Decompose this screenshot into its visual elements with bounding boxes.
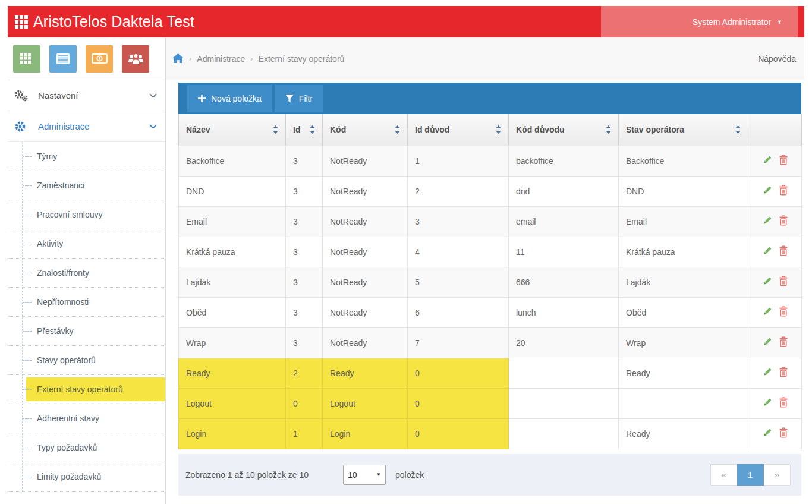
sort-icon (496, 125, 501, 134)
sidebar-group-administrace[interactable]: Administrace (8, 111, 165, 142)
sidebar-item[interactable]: Adherentní stavy (8, 404, 165, 433)
cell-nazev: Ready (179, 358, 286, 388)
data-table: Název Id Kód Id důvod Kód důvodu Stav op… (178, 114, 802, 449)
cell-stav-operatora: Ready (619, 418, 748, 449)
cell-id: 3 (286, 206, 323, 237)
cell-id: 3 (286, 297, 323, 327)
edit-button[interactable] (762, 428, 772, 438)
sidebar-item[interactable]: Znalosti/fronty (8, 259, 165, 288)
edit-button[interactable] (762, 216, 772, 226)
table-row: DND 3 NotReady 2 dnd DND (179, 176, 802, 206)
sidebar-group-label: Nastavení (38, 90, 78, 100)
sidebar-item[interactable]: Typy požadavků (8, 433, 165, 462)
cell-kod: Login (323, 418, 408, 449)
delete-button[interactable] (779, 155, 788, 165)
sidebar-item[interactable]: Stavy operátorů (8, 346, 165, 375)
filter-icon (285, 94, 294, 103)
table-footer: Zobrazeno 1 až 10 položek ze 10 10 ▼ pol… (178, 454, 801, 496)
delete-button[interactable] (779, 397, 788, 408)
delete-button[interactable] (779, 367, 788, 377)
delete-button[interactable] (779, 276, 788, 286)
breadcrumb-section[interactable]: Administrace (197, 54, 245, 64)
sidebar-item-label: Znalosti/fronty (37, 268, 89, 278)
column-header-id-duvod[interactable]: Id důvod (408, 114, 509, 146)
sidebar-item[interactable]: Aktivity (8, 229, 165, 259)
people-app-button[interactable] (122, 45, 149, 73)
sort-icon (395, 125, 400, 134)
help-link[interactable]: Nápověda (758, 54, 796, 64)
cell-actions (748, 206, 802, 237)
sidebar-group-nastaveni[interactable]: Nastavení (8, 80, 165, 111)
home-icon[interactable] (172, 53, 184, 64)
cell-id: 3 (286, 327, 323, 358)
filter-button[interactable]: Filtr (275, 85, 323, 112)
cell-stav-operatora: Wrap (619, 327, 748, 358)
delete-button[interactable] (779, 245, 788, 256)
cell-id: 2 (286, 358, 323, 388)
money-app-button[interactable] (86, 45, 113, 73)
column-header-kod-duvodu[interactable]: Kód důvodu (509, 114, 619, 146)
trash-icon (779, 276, 788, 286)
list-app-button[interactable] (49, 45, 77, 73)
breadcrumb-page[interactable]: Externí stavy operátorů (259, 54, 345, 64)
money-icon (92, 53, 108, 64)
column-header-stav-operatora[interactable]: Stav operátora (619, 114, 748, 146)
table-row: Logout 0 Logout 0 (179, 388, 802, 418)
items-label: položek (395, 470, 424, 480)
edit-button[interactable] (762, 246, 772, 256)
table-toolbar: Nová položka Filtr (178, 83, 801, 114)
sidebar-item[interactable]: Týmy (8, 142, 165, 171)
sort-icon (273, 125, 278, 134)
pencil-icon (762, 216, 772, 226)
sidebar-item-label: Pracovní smlouvy (37, 210, 102, 219)
cell-stav-operatora: Krátká pauza (619, 237, 748, 267)
chevron-down-icon (149, 124, 157, 129)
new-item-button[interactable]: Nová položka (187, 85, 272, 112)
cell-nazev: DND (179, 176, 286, 206)
table-row: Oběd 3 NotReady 6 lunch Oběd (179, 297, 802, 327)
sidebar-item[interactable]: Přestávky (8, 317, 165, 346)
cell-id: 3 (286, 146, 323, 176)
current-page-button[interactable]: 1 (737, 464, 764, 486)
edit-button[interactable] (762, 307, 772, 317)
pencil-icon (762, 367, 772, 377)
next-page-button[interactable]: » (764, 464, 791, 486)
sidebar-app-switcher (8, 37, 165, 80)
delete-button[interactable] (779, 306, 788, 317)
gears-icon (14, 90, 28, 102)
cell-id-duvod: 0 (408, 388, 509, 418)
sidebar-item[interactable]: Zaměstnanci (8, 171, 165, 200)
delete-button[interactable] (779, 185, 788, 196)
sidebar-item[interactable]: Pracovní smlouvy (8, 200, 165, 229)
delete-button[interactable] (779, 427, 788, 438)
cell-stav-operatora: Oběd (619, 297, 748, 327)
cell-id-duvod: 3 (408, 206, 509, 237)
user-menu[interactable]: System Administrator ▼ (601, 6, 798, 37)
sidebar-item-label: Stavy operátorů (37, 355, 96, 365)
column-header-id[interactable]: Id (286, 114, 323, 146)
sidebar-item[interactable]: Nepřítomnosti (8, 288, 165, 317)
column-header-actions (748, 114, 802, 146)
edit-button[interactable] (762, 276, 772, 286)
cell-id-duvod: 2 (408, 176, 509, 206)
column-header-nazev[interactable]: Název (179, 114, 286, 146)
grid-app-button[interactable] (13, 45, 40, 73)
cell-actions (748, 358, 802, 388)
cell-id-duvod: 0 (408, 418, 509, 449)
delete-button[interactable] (779, 336, 788, 347)
edit-button[interactable] (762, 398, 772, 408)
column-header-kod[interactable]: Kód (323, 114, 408, 146)
cell-kod-duvodu: 11 (509, 237, 619, 267)
cell-kod: Logout (323, 388, 408, 418)
sidebar-item[interactable]: Limity požadavků (8, 462, 165, 492)
edit-button[interactable] (762, 185, 772, 196)
cell-kod: NotReady (323, 297, 408, 327)
edit-button[interactable] (762, 367, 772, 377)
prev-page-button[interactable]: « (710, 464, 737, 486)
edit-button[interactable] (762, 155, 772, 165)
edit-button[interactable] (762, 337, 772, 347)
app-grid-icon (15, 15, 28, 29)
sidebar-item[interactable]: Externí stavy operátorů (8, 375, 165, 404)
page-size-select[interactable]: 10 ▼ (343, 465, 386, 485)
delete-button[interactable] (779, 215, 788, 226)
